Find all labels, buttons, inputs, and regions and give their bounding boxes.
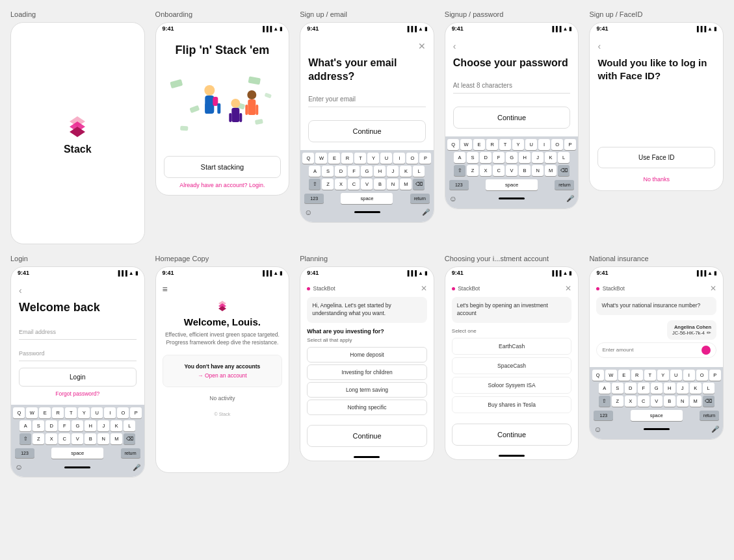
forgot-password-link[interactable]: Forgot password? xyxy=(19,390,137,397)
key-p-ni[interactable]: P xyxy=(709,370,721,381)
key-o-p[interactable]: O xyxy=(551,139,563,150)
key-shift-l[interactable]: ⇧ xyxy=(20,433,31,444)
option-nothing[interactable]: Nothing specific xyxy=(307,400,427,415)
key-j-p[interactable]: J xyxy=(532,152,544,163)
key-e-p[interactable]: E xyxy=(473,139,485,150)
key-a[interactable]: A xyxy=(309,166,321,177)
key-123-l[interactable]: 123 xyxy=(15,448,34,458)
option-investing-children[interactable]: Investing for children xyxy=(307,364,427,380)
key-space[interactable]: space xyxy=(341,193,393,204)
key-r-p[interactable]: R xyxy=(486,139,498,150)
key-123-p[interactable]: 123 xyxy=(449,180,469,190)
key-space-l[interactable]: space xyxy=(51,448,103,459)
key-i-ni[interactable]: I xyxy=(683,370,695,381)
key-m-l[interactable]: M xyxy=(111,433,122,444)
key-shift-ni[interactable]: ⇧ xyxy=(599,396,610,407)
key-z-l[interactable]: Z xyxy=(33,433,44,444)
key-j[interactable]: J xyxy=(387,166,399,177)
key-c-l[interactable]: C xyxy=(59,433,70,444)
key-e[interactable]: E xyxy=(328,153,340,164)
key-f-p[interactable]: F xyxy=(493,152,505,163)
key-e-ni[interactable]: E xyxy=(618,370,630,381)
mic-key-l[interactable]: 🎤 xyxy=(133,464,140,471)
key-y-ni[interactable]: Y xyxy=(657,370,669,381)
key-backspace-ni[interactable]: ⌫ xyxy=(703,396,714,407)
option-spacecash[interactable]: SpaceCash xyxy=(452,357,572,374)
ni-amount-input[interactable] xyxy=(602,347,701,353)
key-backspace[interactable]: ⌫ xyxy=(413,179,425,190)
key-j-ni[interactable]: J xyxy=(677,383,688,394)
key-t[interactable]: T xyxy=(354,153,366,164)
key-b-p[interactable]: B xyxy=(519,165,531,176)
option-long-term[interactable]: Long term saving xyxy=(307,382,427,398)
back-button-faceid[interactable]: ‹ xyxy=(597,41,715,51)
key-return[interactable]: return xyxy=(410,194,430,203)
key-w-ni[interactable]: W xyxy=(605,370,617,381)
key-u-l[interactable]: U xyxy=(91,407,103,418)
password-field[interactable]: Password xyxy=(19,346,137,361)
key-return-p[interactable]: return xyxy=(555,180,574,190)
key-n-l[interactable]: N xyxy=(98,433,109,444)
back-button-password[interactable]: ‹ xyxy=(453,41,571,51)
key-c-ni[interactable]: C xyxy=(638,396,649,407)
key-m[interactable]: M xyxy=(400,179,412,190)
key-l[interactable]: L xyxy=(413,166,425,177)
key-b[interactable]: B xyxy=(374,179,386,190)
emoji-key-p[interactable]: ☺ xyxy=(449,194,457,203)
key-n-p[interactable]: N xyxy=(532,165,544,176)
key-s-p[interactable]: S xyxy=(467,152,478,163)
key-l-ni[interactable]: L xyxy=(703,383,714,394)
key-l-l[interactable]: L xyxy=(124,420,135,431)
key-f-ni[interactable]: F xyxy=(638,383,649,394)
close-button[interactable]: ✕ xyxy=(308,41,426,51)
key-x-p[interactable]: X xyxy=(480,165,492,176)
key-p-l[interactable]: P xyxy=(130,407,142,418)
key-l-p[interactable]: L xyxy=(558,152,570,163)
login-link[interactable]: Login. xyxy=(249,182,265,188)
key-shift-p[interactable]: ⇧ xyxy=(454,165,465,176)
key-w[interactable]: W xyxy=(315,153,327,164)
key-m-ni[interactable]: M xyxy=(690,396,701,407)
key-a-l[interactable]: A xyxy=(20,420,31,431)
key-v-p[interactable]: V xyxy=(506,165,518,176)
key-u[interactable]: U xyxy=(380,153,392,164)
key-t-p[interactable]: T xyxy=(499,139,511,150)
key-v-ni[interactable]: V xyxy=(651,396,662,407)
hamburger-icon[interactable]: ≡ xyxy=(163,284,283,294)
key-s-ni[interactable]: S xyxy=(612,383,623,394)
key-space-p[interactable]: space xyxy=(486,179,538,190)
key-c[interactable]: C xyxy=(348,179,360,190)
key-o-ni[interactable]: O xyxy=(696,370,708,381)
key-b-l[interactable]: B xyxy=(85,433,96,444)
key-n-ni[interactable]: N xyxy=(677,396,688,407)
key-q[interactable]: Q xyxy=(302,153,314,164)
key-backspace-l[interactable]: ⌫ xyxy=(124,433,135,444)
mic-key-ni[interactable]: 🎤 xyxy=(711,426,719,433)
key-i[interactable]: I xyxy=(393,153,405,164)
key-u-ni[interactable]: U xyxy=(670,370,682,381)
key-y-l[interactable]: Y xyxy=(78,407,90,418)
key-o[interactable]: O xyxy=(406,153,418,164)
key-g-ni[interactable]: G xyxy=(651,383,662,394)
key-a-p[interactable]: A xyxy=(454,152,465,163)
key-e-l[interactable]: E xyxy=(39,407,51,418)
key-v[interactable]: V xyxy=(361,179,373,190)
key-x-ni[interactable]: X xyxy=(625,396,636,407)
key-d-ni[interactable]: D xyxy=(625,383,636,394)
option-home-deposit[interactable]: Home deposit xyxy=(307,347,427,363)
close-ni[interactable]: ✕ xyxy=(710,284,716,293)
key-123[interactable]: 123 xyxy=(304,194,324,203)
key-h[interactable]: H xyxy=(374,166,386,177)
key-space-ni[interactable]: space xyxy=(631,410,683,421)
key-h-p[interactable]: H xyxy=(519,152,531,163)
back-button-login[interactable]: ‹ xyxy=(19,285,137,296)
key-t-ni[interactable]: T xyxy=(644,370,656,381)
ni-edit-icon[interactable]: ✏ xyxy=(707,330,711,336)
continue-planning[interactable]: Continue xyxy=(307,425,427,447)
key-i-l[interactable]: I xyxy=(104,407,116,418)
emoji-key-l[interactable]: ☺ xyxy=(15,463,23,472)
key-return-l[interactable]: return xyxy=(121,448,140,458)
key-a-ni[interactable]: A xyxy=(599,383,610,394)
key-w-p[interactable]: W xyxy=(460,139,472,150)
key-x[interactable]: X xyxy=(335,179,347,190)
